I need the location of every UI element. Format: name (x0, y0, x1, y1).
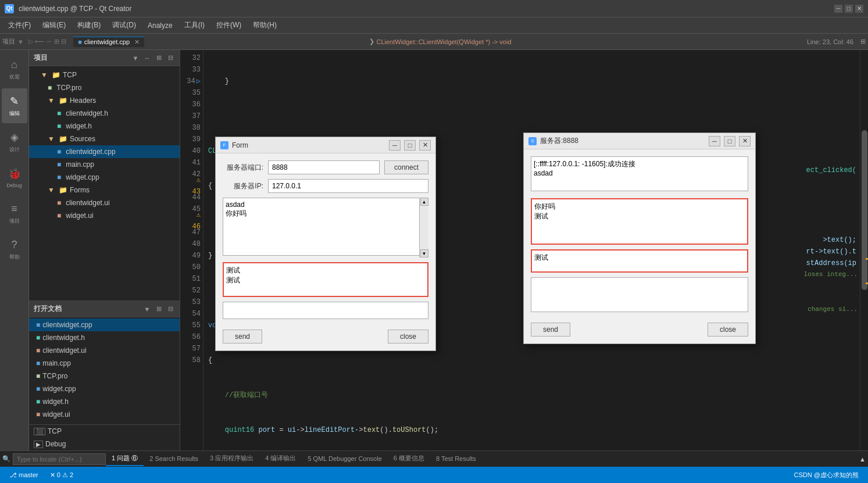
tree-node-widget-h[interactable]: ■ widget.h (29, 120, 180, 133)
tree-node-forms[interactable]: ▼ 📁 Forms (29, 184, 180, 196)
bottom-tab-problems[interactable]: 1 问题 ⑥ (106, 452, 144, 466)
server-dialog-body: [::ffff:127.0.0.1: -11605]:成功连接 asdad 你好… (524, 149, 755, 319)
sidebar-debug[interactable]: 🐞 Debug (2, 160, 27, 195)
client-dialog-footer: send close (216, 326, 435, 350)
bottom-tab-compile[interactable]: 4 编译输出 (259, 452, 302, 466)
server-dialog-maximize[interactable]: □ (724, 136, 735, 146)
widget-h-icon: ■ (57, 122, 61, 130)
open-file-widget-h[interactable]: ■ widget.h (29, 395, 180, 408)
port-input[interactable] (268, 160, 380, 174)
tree-node-main-cpp[interactable]: ■ main.cpp (29, 158, 180, 171)
minimize-button[interactable]: ─ (834, 5, 842, 13)
expand-icon[interactable]: ⊟ (166, 53, 175, 63)
chat-scrollbar[interactable]: ▲ ▼ (419, 198, 428, 257)
line-num-43: ⚠ 43 (185, 180, 201, 192)
menu-build[interactable]: 构建(B) (72, 18, 106, 33)
widget-cpp-icon: ■ (57, 173, 61, 181)
server-status-display[interactable]: [::ffff:127.0.0.1: -11605]:成功连接 asdad (531, 156, 748, 191)
editor-scrollbar[interactable] (860, 50, 868, 450)
port-label: 服务器端口: (223, 163, 263, 173)
menu-analyze[interactable]: Analyze (142, 19, 178, 32)
client-dialog-close[interactable]: ✕ (419, 140, 431, 151)
maximize-button[interactable]: □ (845, 5, 853, 13)
server-dialog-title: 服务器:8888 (540, 136, 705, 146)
active-tab[interactable]: ■ clientwidget.cpp ✕ (73, 37, 144, 47)
tree-node-clientwidget-ui[interactable]: ■ clientwidget.ui (29, 196, 180, 209)
bottom-tab-search[interactable]: 2 Search Results (144, 453, 204, 466)
menu-file[interactable]: 文件(F) (2, 18, 37, 33)
open-file-main-cpp[interactable]: ■ main.cpp (29, 357, 180, 370)
sidebar-welcome[interactable]: ⌂ 欢迎 (2, 52, 27, 87)
menu-debug[interactable]: 调试(D) (106, 18, 142, 33)
tree-node-clientwidget-cpp[interactable]: ■ clientwidget.cpp (29, 145, 180, 158)
ip-input[interactable] (268, 179, 428, 193)
sync-icon[interactable]: ↔ (142, 53, 152, 63)
server-extra-area[interactable] (531, 277, 748, 312)
tree-node-widget-ui[interactable]: ■ widget.ui (29, 209, 180, 222)
open-file-widget-ui[interactable]: ■ widget.ui (29, 408, 180, 421)
window-controls[interactable]: ─ □ ✕ (834, 5, 863, 13)
server-dialog-minimize[interactable]: ─ (709, 136, 720, 146)
menu-controls[interactable]: 控件(W) (210, 18, 247, 33)
scroll-down-btn[interactable]: ▼ (420, 249, 428, 257)
line-num-55: 55 (185, 320, 201, 331)
status-branch[interactable]: ⎇ master (5, 471, 43, 479)
tree-node-tcp-pro[interactable]: ■ TCP.pro (29, 81, 180, 94)
sidebar-edit[interactable]: ✎ 编辑 (2, 88, 27, 123)
client-dialog-maximize[interactable]: □ (404, 140, 416, 151)
tcp-sidebar-tcp[interactable]: ⬛ TCP (29, 425, 180, 438)
open-file-widget-cpp[interactable]: ■ widget.cpp (29, 382, 180, 395)
server-chat-display[interactable]: 你好吗 测试 (531, 198, 748, 245)
open-file-tcp-pro[interactable]: ■ TCP.pro (29, 370, 180, 382)
menu-help[interactable]: 帮助(H) (247, 18, 283, 33)
client-chat-display[interactable]: asdad 你好吗 (223, 198, 428, 256)
open-file-clientwidget-h[interactable]: ■ clientwidget.h (29, 331, 180, 344)
open-file-clientwidget-cpp[interactable]: ■ clientwidget.cpp (29, 319, 180, 331)
scrollbar-thumb[interactable] (862, 130, 867, 291)
client-close-button[interactable]: close (388, 330, 428, 344)
server-close-button[interactable]: close (708, 323, 748, 337)
client-dialog-title: Form (232, 141, 385, 149)
menu-edit[interactable]: 编辑(E) (37, 18, 72, 33)
client-send-button[interactable]: send (223, 330, 262, 344)
connect-button[interactable]: connect (384, 160, 428, 174)
sidebar-project[interactable]: ≡ 项目 (2, 196, 27, 231)
open-docs-close[interactable]: ⊟ (166, 305, 175, 314)
tree-node-sources[interactable]: ▼ 📁 Sources (29, 133, 180, 145)
bottom-tab-qml[interactable]: 5 QML Debugger Console (302, 453, 387, 466)
bottom-tab-output[interactable]: 3 应用程序输出 (204, 452, 259, 466)
tree-root-tcp[interactable]: ▼ 📁 TCP (29, 69, 180, 81)
pro-file-icon: ■ (48, 84, 52, 92)
filter-icon[interactable]: ▼ (131, 53, 140, 63)
close-panel-icon[interactable]: ⊞ (154, 53, 163, 63)
open-docs-expand[interactable]: ▼ (142, 305, 152, 314)
code-line-42: quint16 port = ui->lineEditPort->text().… (208, 424, 855, 436)
line-num-51: 51 (185, 273, 201, 285)
server-send-button[interactable]: send (531, 323, 570, 337)
close-button[interactable]: ✕ (855, 5, 863, 13)
open-file-label-8: widget.ui (42, 410, 70, 418)
bottom-tab-overview[interactable]: 6 概要信息 (388, 452, 430, 466)
menu-tools[interactable]: 工具(I) (178, 18, 210, 33)
server-dialog-close[interactable]: ✕ (739, 136, 751, 146)
client-input-area[interactable]: 测试 测试 (223, 262, 428, 297)
server-input-area[interactable]: 测试 (531, 249, 748, 273)
line-num-49: 49 (185, 250, 201, 262)
open-file-clientwidget-ui[interactable]: ■ clientwidget.ui (29, 344, 180, 357)
open-docs-split[interactable]: ⊞ (154, 305, 163, 314)
bottom-tab-test[interactable]: 8 Test Results (430, 453, 482, 466)
scroll-up-btn[interactable]: ▲ (420, 198, 428, 206)
locate-input[interactable] (13, 453, 106, 465)
server-dialog-title-bar[interactable]: S 服务器:8888 ─ □ ✕ (524, 133, 755, 149)
sidebar-design[interactable]: ◈ 设计 (2, 124, 27, 159)
status-errors[interactable]: ✕ 0 ⚠ 2 (45, 471, 78, 479)
client-dialog-minimize[interactable]: ─ (389, 140, 401, 151)
client-extra-area[interactable] (223, 302, 428, 319)
tree-node-clientwidget-h[interactable]: ■ clientwidget.h (29, 107, 180, 120)
tree-node-widget-cpp[interactable]: ■ widget.cpp (29, 171, 180, 184)
tcp-sidebar-debug[interactable]: ▶ Debug (29, 438, 180, 450)
client-dialog-title-bar[interactable]: F Form ─ □ ✕ (216, 137, 435, 153)
app-icon: Qt (5, 4, 14, 13)
tree-node-headers[interactable]: ▼ 📁 Headers (29, 94, 180, 107)
sidebar-help[interactable]: ? 帮助 (2, 232, 27, 267)
